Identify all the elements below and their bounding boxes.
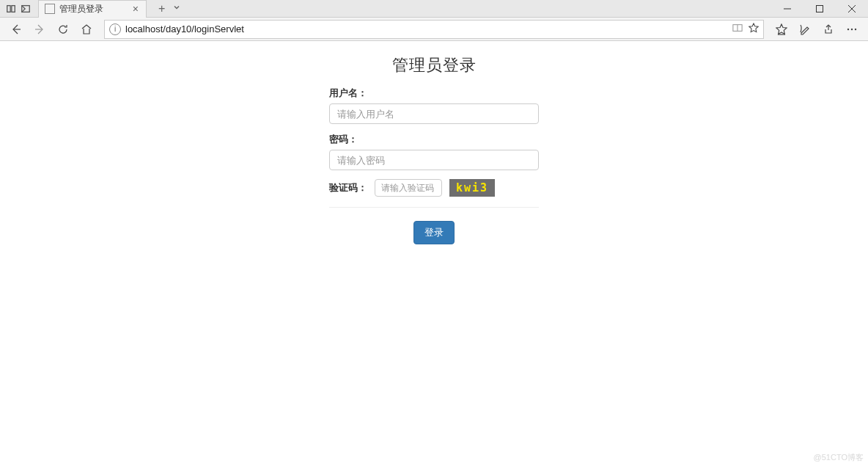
captcha-input[interactable] [375, 179, 442, 197]
share-icon[interactable] [818, 19, 839, 40]
tab-chevron-icon[interactable] [172, 3, 181, 14]
reading-view-icon[interactable] [732, 23, 743, 35]
svg-rect-0 [7, 5, 10, 12]
tab-preview-icon[interactable] [6, 4, 16, 14]
login-button[interactable]: 登录 [413, 221, 455, 244]
new-tab-icon[interactable]: + [158, 2, 165, 15]
favorites-list-icon[interactable] [771, 19, 792, 40]
password-group: 密码： [329, 133, 539, 170]
minimize-button[interactable] [771, 0, 803, 18]
password-label: 密码： [329, 133, 539, 146]
svg-point-12 [847, 28, 849, 29]
svg-rect-4 [817, 5, 823, 12]
toolbar-right [771, 19, 862, 40]
page-content: 管理员登录 用户名： 密码： 验证码： kwi3 登录 [0, 41, 868, 244]
captcha-label: 验证码： [329, 181, 367, 194]
titlebar-left: 管理员登录 × + [0, 0, 188, 18]
svg-point-13 [851, 28, 853, 29]
window-titlebar: 管理员登录 × + [0, 0, 868, 18]
maximize-button[interactable] [803, 0, 836, 18]
button-row: 登录 [329, 221, 539, 244]
address-bar-actions [732, 23, 759, 35]
page-title: 管理员登录 [329, 54, 539, 76]
browser-toolbar: i [0, 18, 868, 41]
new-tab-area: + [151, 2, 188, 15]
captcha-image[interactable]: kwi3 [449, 179, 495, 197]
back-button[interactable] [6, 19, 26, 40]
notes-icon[interactable] [795, 19, 815, 40]
username-label: 用户名： [329, 87, 539, 100]
svg-rect-1 [12, 5, 15, 12]
browser-tab[interactable]: 管理员登录 × [38, 0, 147, 18]
window-controls [771, 0, 868, 18]
refresh-button[interactable] [53, 19, 73, 40]
captcha-group: 验证码： kwi3 [329, 179, 539, 208]
tab-close-icon[interactable]: × [133, 3, 139, 15]
site-info-icon[interactable]: i [109, 23, 121, 35]
home-button[interactable] [76, 19, 97, 40]
password-input[interactable] [329, 150, 539, 170]
svg-point-14 [855, 28, 856, 29]
tab-title: 管理员登录 [59, 3, 128, 15]
username-group: 用户名： [329, 87, 539, 124]
page-icon [45, 4, 55, 14]
tab-aside-icon[interactable] [21, 4, 31, 14]
url-input[interactable] [125, 23, 728, 34]
favorite-icon[interactable] [749, 23, 759, 35]
forward-button[interactable] [29, 19, 50, 40]
login-form: 管理员登录 用户名： 密码： 验证码： kwi3 登录 [329, 54, 539, 244]
more-icon[interactable] [842, 19, 862, 40]
username-input[interactable] [329, 103, 539, 124]
close-button[interactable] [836, 0, 868, 18]
watermark: @51CTO博客 [814, 452, 864, 463]
address-bar[interactable]: i [104, 20, 764, 39]
